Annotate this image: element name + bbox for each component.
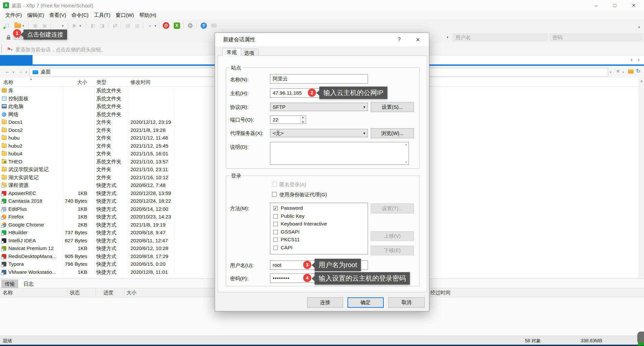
copy-icon[interactable]: ▤ xyxy=(123,21,132,30)
chat-icon[interactable] xyxy=(209,21,218,30)
new-session-icon[interactable]: □ xyxy=(3,21,11,30)
ok-button[interactable]: 确定 xyxy=(347,297,384,308)
username-field[interactable]: 用户名 xyxy=(452,33,548,42)
menu-window[interactable]: 窗口(W) xyxy=(116,12,134,18)
protocol-select[interactable]: SFTP xyxy=(270,103,368,111)
tab-general[interactable]: 常规 xyxy=(222,48,241,56)
home-folder-icon[interactable] xyxy=(628,69,634,73)
host-dropdown-icon[interactable]: ▾ xyxy=(447,36,448,39)
textarea-scroll-down-icon[interactable]: ▼ xyxy=(405,161,408,164)
bookmark-flag-icon: ⚑ xyxy=(7,46,11,52)
address-text: 桌面 xyxy=(41,69,51,75)
transfer-column-progress[interactable]: 进度 xyxy=(103,290,113,296)
dialog-help-button[interactable]: ? xyxy=(394,35,404,44)
file-type: 快捷方式 xyxy=(96,221,116,229)
cancel-button[interactable]: 取消 xyxy=(388,297,425,308)
dialog-close-button[interactable]: ✕ xyxy=(413,35,423,44)
xagent-icon[interactable]: X xyxy=(172,21,181,30)
favorites-star-icon[interactable]: ★ xyxy=(616,68,620,74)
method-checkbox[interactable] xyxy=(273,246,278,250)
proxy-browse-button[interactable]: 浏览(W)... xyxy=(371,128,414,138)
port-stepper[interactable]: ▲▼ xyxy=(300,115,306,124)
file-type: 文件夹 xyxy=(96,126,111,134)
sync-icon[interactable]: ● xyxy=(146,21,154,30)
toolbar-divider xyxy=(183,22,183,29)
menu-view[interactable]: 查看(V) xyxy=(49,12,66,18)
method-label: Keyboard Interactive xyxy=(281,221,327,227)
address-dropdown-icon[interactable]: ▾ xyxy=(610,70,611,74)
method-item[interactable]: GSSAPI xyxy=(270,228,368,236)
transfer-column-name[interactable]: 名称 xyxy=(3,290,13,296)
transfer-right-icon[interactable]: ◨ xyxy=(98,21,107,30)
menu-file[interactable]: 文件(F) xyxy=(5,12,22,18)
transfer-left-icon[interactable]: ◧ xyxy=(89,21,97,30)
annotation-tooltip-1: 点击创建连接 xyxy=(23,30,67,40)
file-type: 快捷方式 xyxy=(96,244,116,252)
method-label: GSSAPI xyxy=(281,229,300,235)
vertical-scrollbar[interactable] xyxy=(639,78,644,279)
maximize-button[interactable]: □ xyxy=(607,0,623,10)
transfer-column-size[interactable]: 大小 xyxy=(126,290,137,296)
new-window-dropdown-icon[interactable]: ▾ xyxy=(62,24,64,28)
desktop-icon xyxy=(33,70,38,74)
tab-transfer[interactable]: 传输 xyxy=(1,280,18,288)
settings-gear-icon[interactable]: ⚙ xyxy=(186,21,195,30)
proxy-select[interactable]: <无> xyxy=(270,129,368,137)
protocol-settings-button[interactable]: 设置(S)... xyxy=(371,102,414,112)
method-checkbox[interactable] xyxy=(273,230,278,234)
reconnect-icon[interactable]: ▣ xyxy=(40,21,49,30)
menu-help[interactable]: 帮助(H) xyxy=(139,12,156,18)
close-button[interactable]: ✕ xyxy=(626,0,641,10)
textarea-scroll-up-icon[interactable]: ▲ xyxy=(405,143,408,146)
tab-scroll-right-icon[interactable]: › xyxy=(638,56,640,63)
transfer-column-status[interactable]: 状态 xyxy=(70,290,80,296)
paste-icon[interactable]: ▤ xyxy=(133,21,142,30)
minimize-button[interactable]: – xyxy=(589,0,604,10)
toolbar-overflow-icon[interactable]: ▾ xyxy=(638,26,640,29)
method-list[interactable]: PasswordPublic KeyKeyboard InteractiveGS… xyxy=(270,203,368,254)
column-size[interactable]: 大小 xyxy=(50,79,87,86)
disconnect-icon[interactable]: ▣ xyxy=(31,21,40,30)
name-input[interactable]: 阿里云 xyxy=(270,74,368,84)
sync-dropdown-icon[interactable]: ▾ xyxy=(155,24,156,28)
method-item[interactable]: PKCS11 xyxy=(270,236,368,244)
method-item[interactable]: Password xyxy=(270,204,368,212)
connect-button[interactable]: 连接 xyxy=(307,297,343,308)
column-name[interactable]: 名称 xyxy=(3,79,13,86)
menu-command[interactable]: 命令(C) xyxy=(71,12,89,18)
menu-edit[interactable]: 编辑(E) xyxy=(27,12,44,18)
tab-log[interactable]: 日志 xyxy=(20,280,37,288)
password-field[interactable]: 密码 xyxy=(549,33,643,42)
forward-dropdown-icon[interactable]: ▾ xyxy=(25,70,27,74)
transfer-column-elapsed[interactable]: 经过时间 xyxy=(430,290,450,296)
description-textarea[interactable]: ▲ ▼ xyxy=(270,142,409,165)
auth-agent-checkbox[interactable] xyxy=(272,192,277,197)
method-item[interactable]: Public Key xyxy=(270,212,368,220)
help-icon[interactable]: ? xyxy=(199,21,208,30)
method-checkbox[interactable] xyxy=(273,222,278,226)
open-folder-icon[interactable] xyxy=(13,21,22,30)
session-tab-desktop[interactable]: 桌面 ✕ xyxy=(0,55,33,64)
refresh-icon[interactable]: ↻ xyxy=(636,68,640,74)
forward-icon[interactable]: → xyxy=(17,68,23,75)
swap-panes-icon[interactable]: ⇄ xyxy=(111,21,119,30)
back-dropdown-icon[interactable]: ▾ xyxy=(13,70,14,74)
file-name: THEO xyxy=(8,158,22,166)
method-checkbox[interactable] xyxy=(273,238,278,242)
port-input[interactable]: 22 xyxy=(270,115,300,124)
execute-dropdown-icon[interactable]: ▾ xyxy=(79,24,81,28)
menu-tools[interactable]: 工具(T) xyxy=(94,12,110,18)
xshell-icon[interactable]: @ xyxy=(162,21,170,30)
execute-icon[interactable]: ▶ xyxy=(70,21,79,30)
scroll-up-icon[interactable]: ▲ xyxy=(640,79,643,83)
back-icon[interactable]: ← xyxy=(5,68,10,75)
method-checkbox[interactable] xyxy=(273,214,278,218)
column-type[interactable]: 类型 xyxy=(96,79,106,86)
method-item[interactable]: CAPI xyxy=(270,244,368,252)
open-folder-dropdown-icon[interactable]: ▾ xyxy=(22,24,24,28)
method-checkbox[interactable] xyxy=(273,206,278,210)
tab-scroll-left-icon[interactable]: ‹ xyxy=(631,56,633,63)
method-item[interactable]: Keyboard Interactive xyxy=(270,220,368,228)
column-date[interactable]: 修改时间 xyxy=(130,79,151,86)
favorites-dropdown-icon[interactable]: ▾ xyxy=(623,70,624,74)
